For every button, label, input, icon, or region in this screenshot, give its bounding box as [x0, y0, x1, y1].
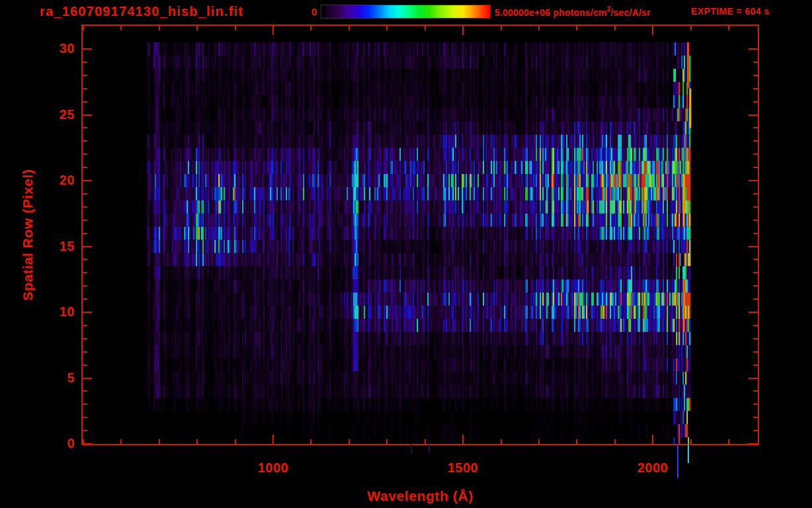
x-axis-tick-bottom [386, 439, 387, 444]
y-axis-tick-left [83, 259, 87, 260]
y-axis-tick-left [83, 325, 87, 326]
x-axis-tick-bottom [310, 439, 311, 444]
y-axis-tick-right [749, 180, 758, 181]
x-axis-tick-label: 2000 [623, 460, 682, 476]
y-axis-tick-left [83, 233, 87, 234]
y-axis-tick-left [83, 101, 87, 103]
y-axis-tick-right [753, 206, 758, 208]
x-axis-tick-bottom [272, 435, 274, 444]
x-axis-tick-top [159, 26, 160, 30]
y-axis-tick-right [753, 233, 758, 234]
colorbar-max-label: 5.00000e+06 photons/cm2/sec/A/sr [495, 6, 651, 18]
x-axis-tick-top [235, 26, 236, 30]
y-axis-tick-left [83, 417, 87, 418]
y-axis-tick-right [753, 140, 758, 142]
y-axis-tick-left [83, 364, 87, 366]
x-axis-tick-bottom [690, 439, 692, 444]
x-axis-tick-bottom [425, 439, 426, 444]
x-axis-tick-top [652, 26, 653, 35]
y-axis-tick-left [83, 220, 87, 221]
y-axis-tick-left [83, 246, 92, 247]
y-axis-tick-right [753, 390, 758, 392]
overplot-line [411, 444, 412, 454]
y-axis-tick-left [83, 140, 87, 142]
x-axis-tick-top [83, 26, 84, 30]
y-axis-tick-left [83, 430, 87, 431]
y-axis-tick-left [83, 338, 87, 339]
y-axis-tick-right [753, 259, 758, 260]
y-axis-title: Spatial Row (Pixel) [20, 169, 36, 300]
y-axis-tick-right [753, 430, 758, 431]
x-axis-tick-top [425, 26, 426, 30]
y-axis-tick-left [83, 390, 87, 392]
x-axis-tick-bottom [159, 439, 160, 444]
y-axis-tick-left [83, 285, 87, 286]
x-axis-tick-bottom [614, 439, 616, 444]
y-axis-tick-label: 10 [28, 304, 75, 319]
y-axis-tick-right [753, 272, 758, 273]
x-axis-tick-top [728, 26, 729, 30]
spectrogram-heatmap [83, 26, 758, 444]
y-axis-tick-right [749, 378, 758, 379]
y-axis-tick-left [83, 312, 92, 313]
y-axis-tick-left [83, 206, 87, 208]
y-axis-tick-label: 0 [28, 436, 75, 451]
x-axis-tick-top [462, 26, 464, 35]
y-axis-tick-label: 30 [28, 41, 75, 56]
y-axis-tick-left [83, 167, 87, 168]
x-axis-tick-bottom [652, 435, 653, 444]
y-axis-tick-left [83, 153, 87, 155]
plot-frame-bottom [81, 444, 759, 445]
y-axis-tick-left [83, 351, 87, 353]
fits-filename-title: ra_160709174130_hisb_lin.fit [40, 4, 243, 19]
overplot-line [677, 444, 678, 478]
x-axis-tick-bottom [501, 439, 502, 444]
plot-frame-top [81, 24, 759, 26]
x-axis-tick-top [196, 26, 198, 30]
x-axis-tick-top [690, 26, 692, 30]
x-axis-tick-top [614, 26, 616, 30]
y-axis-tick-right [753, 127, 758, 128]
y-axis-tick-left [83, 180, 92, 181]
y-axis-tick-label: 25 [28, 107, 75, 122]
x-axis-tick-top [348, 26, 350, 30]
spectrogram-viewer: ra_160709174130_hisb_lin.fit 0 5.00000e+… [0, 0, 812, 508]
colorbar-units-prefix: photons/cm [550, 7, 606, 18]
y-axis-tick-left [83, 443, 92, 444]
x-axis-tick-label: 1000 [243, 460, 303, 476]
plot-frame-right [758, 24, 759, 445]
x-axis-tick-top [538, 26, 540, 30]
colorbar-units-superscript: 2 [607, 5, 611, 13]
y-axis-tick-right [753, 193, 758, 194]
overplot-line [428, 444, 430, 452]
x-axis-tick-bottom [235, 439, 236, 444]
y-axis-tick-right [749, 312, 758, 313]
x-axis-tick-top [120, 26, 122, 30]
x-axis-tick-top [386, 26, 387, 30]
y-axis-tick-right [753, 62, 758, 63]
y-axis-tick-left [83, 272, 87, 273]
x-axis-tick-top [272, 26, 274, 35]
x-axis-tick-bottom [728, 439, 729, 444]
colorbar-max-value: 5.00000e+06 [495, 7, 550, 18]
y-axis-tick-right [753, 403, 758, 405]
y-axis-tick-right [753, 298, 758, 300]
x-axis-tick-top [576, 26, 577, 30]
x-axis-tick-bottom [348, 439, 350, 444]
y-axis-tick-right [753, 88, 758, 89]
y-axis-tick-left [83, 114, 92, 116]
y-axis-tick-right [753, 417, 758, 418]
y-axis-tick-right [753, 338, 758, 339]
colorbar-min-label: 0 [281, 6, 317, 17]
y-axis-tick-right [753, 75, 758, 76]
y-axis-tick-right [753, 220, 758, 221]
y-axis-tick-left [83, 127, 87, 128]
x-axis-tick-label: 1500 [433, 460, 493, 476]
y-axis-tick-right [749, 48, 758, 50]
y-axis-tick-left [83, 62, 87, 63]
y-axis-tick-right [753, 167, 758, 168]
y-axis-tick-right [749, 114, 758, 116]
y-axis-tick-right [753, 285, 758, 286]
x-axis-tick-bottom [538, 439, 540, 444]
x-axis-tick-bottom [120, 439, 122, 444]
